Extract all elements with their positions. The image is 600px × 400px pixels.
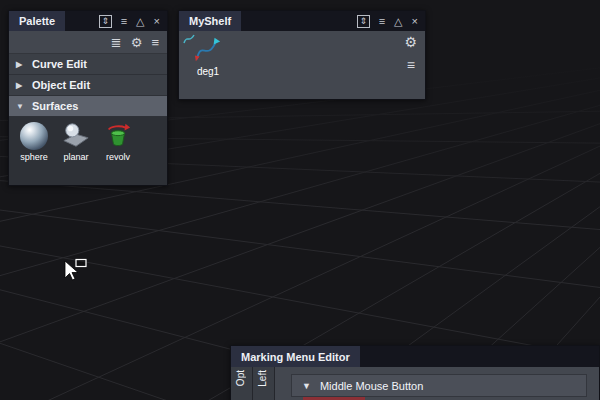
myshelf-titlebar[interactable]: MyShelf ⇕ ≡ △ × — [179, 11, 425, 31]
resize-icon[interactable]: ⇕ — [357, 15, 370, 28]
list-icon[interactable]: ≡ — [121, 16, 127, 27]
palette-toolbar: ≣ ⚙ ≡ — [9, 31, 167, 54]
delta-icon[interactable]: △ — [136, 16, 144, 27]
section-label: Curve Edit — [32, 58, 87, 70]
tool-planar[interactable]: planar — [59, 122, 93, 162]
curve-degree-icon — [194, 36, 222, 64]
myshelf-titlebar-icons: ⇕ ≡ △ × — [350, 11, 425, 31]
revolve-surface-icon — [104, 122, 132, 150]
sphere-icon — [20, 122, 48, 150]
tool-label: revolv — [106, 152, 130, 162]
tab-opt-vertical[interactable]: Opt — [231, 367, 253, 400]
tool-label: sphere — [20, 152, 48, 162]
palette-titlebar-icons: ⇕ ≡ △ × — [92, 11, 167, 31]
myshelf-title: MyShelf — [189, 15, 231, 27]
tool-label: planar — [63, 152, 88, 162]
surfaces-tool-row: sphere planar revolv — [9, 117, 167, 185]
section-label: Surfaces — [32, 100, 78, 112]
myshelf-title-tab[interactable]: MyShelf — [179, 11, 241, 31]
tool-revolve[interactable]: revolv — [101, 122, 135, 162]
shelf-item-label: deg1 — [197, 66, 219, 77]
myshelf-window: MyShelf ⇕ ≡ △ × deg1 ⚙ ≡ — [178, 10, 426, 100]
chevron-down-icon: ▼ — [16, 102, 25, 111]
mouse-button-dropdown[interactable]: ▼ Middle Mouse Button — [291, 374, 587, 397]
chevron-right-icon: ▶ — [16, 81, 25, 90]
myshelf-side-controls: ⚙ ≡ — [404, 35, 417, 72]
list-icon[interactable]: ≡ — [379, 16, 385, 27]
myshelf-body: deg1 ⚙ ≡ — [179, 31, 425, 99]
marking-menu-editor-window: Marking Menu Editor Opt Left ▼ Middle Mo… — [230, 345, 600, 400]
palette-window: Palette ⇕ ≡ △ × ≣ ⚙ ≡ ▶ Curve Edit ▶ Obj… — [8, 10, 168, 186]
delta-icon[interactable]: △ — [394, 16, 402, 27]
tool-sphere[interactable]: sphere — [17, 122, 51, 162]
planar-surface-icon — [62, 122, 90, 150]
mme-title-tab[interactable]: Marking Menu Editor — [231, 346, 360, 367]
mme-titlebar[interactable]: Marking Menu Editor — [231, 346, 599, 367]
palette-titlebar[interactable]: Palette ⇕ ≡ △ × — [9, 11, 167, 31]
mme-title: Marking Menu Editor — [241, 351, 350, 363]
dropdown-label: Middle Mouse Button — [320, 380, 423, 392]
menu-icon[interactable]: ≡ — [407, 58, 415, 72]
menu-icon[interactable]: ≡ — [151, 36, 159, 49]
mouse-cursor-icon — [62, 258, 90, 286]
chevron-down-icon: ▼ — [302, 381, 311, 391]
vertical-tab-label: Left — [257, 370, 268, 387]
shelf-item-deg1[interactable]: deg1 — [189, 36, 227, 77]
chevron-right-icon: ▶ — [16, 60, 25, 69]
close-icon[interactable]: × — [412, 16, 418, 27]
vertical-tab-label: Opt — [235, 370, 246, 386]
resize-icon[interactable]: ⇕ — [99, 15, 112, 28]
palette-title-tab[interactable]: Palette — [9, 11, 65, 31]
section-label: Object Edit — [32, 79, 90, 91]
gear-icon[interactable]: ⚙ — [404, 35, 417, 49]
section-object-edit[interactable]: ▶ Object Edit — [9, 75, 167, 96]
mme-body: Opt Left ▼ Middle Mouse Button — [231, 367, 599, 400]
section-surfaces[interactable]: ▼ Surfaces — [9, 96, 167, 117]
close-icon[interactable]: × — [154, 16, 160, 27]
gear-icon[interactable]: ⚙ — [131, 36, 143, 49]
tab-left-vertical[interactable]: Left — [253, 367, 275, 400]
list-view-icon[interactable]: ≣ — [111, 36, 122, 49]
section-curve-edit[interactable]: ▶ Curve Edit — [9, 54, 167, 75]
palette-title: Palette — [19, 15, 55, 27]
